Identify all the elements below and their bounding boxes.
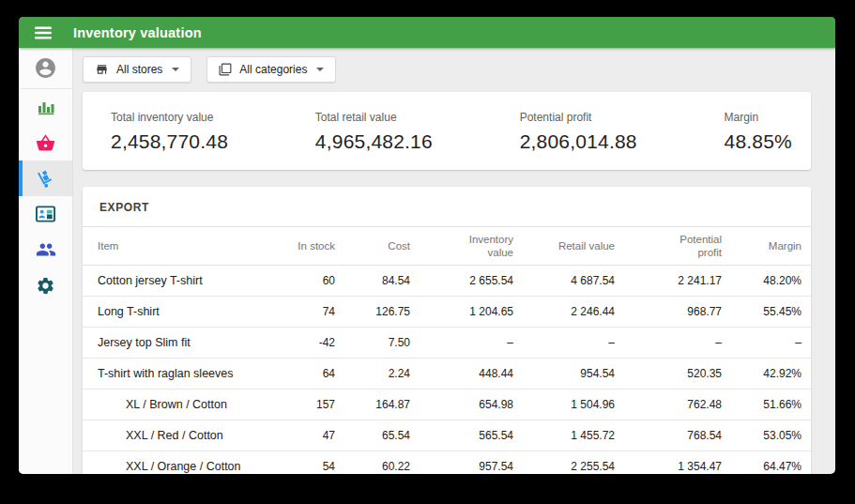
inventory-table-card: EXPORT Item In stock Cost Inventory valu…: [83, 187, 811, 474]
inventory-value: 654.98: [410, 398, 513, 411]
people-icon: [36, 239, 56, 260]
in-stock-value: 74: [255, 305, 335, 318]
table-row[interactable]: XXL / Red / Cotton 47 65.54 565.54 1 455…: [83, 420, 811, 451]
sidebar: [19, 48, 73, 474]
stores-filter-label: All stores: [116, 63, 162, 76]
retail-value: 4 687.54: [513, 274, 615, 287]
app-window: Inventory valuation: [19, 17, 835, 474]
cost-value: 60.22: [335, 460, 410, 473]
retail-value: 954.54: [513, 367, 615, 380]
basket-icon: [36, 133, 55, 153]
column-header-in-stock: In stock: [255, 239, 335, 252]
table-row[interactable]: Jersey top Slim fit -42 7.50 – – – –: [83, 328, 811, 359]
margin-value: –: [722, 336, 802, 349]
margin-value: 64.47%: [722, 460, 802, 473]
table-header: Item In stock Cost Inventory value Retai…: [83, 227, 811, 266]
item-name: Jersey top Slim fit: [98, 336, 255, 349]
hand-truck-icon: [36, 168, 56, 189]
summary-card: Total inventory value 2,458,770.48 Total…: [83, 92, 811, 170]
potential-profit-value: 768.54: [615, 429, 722, 442]
item-name: T-shirt with raglan sleeves: [98, 367, 255, 380]
table-toolbar: EXPORT: [83, 187, 811, 227]
potential-profit-value: 762.48: [615, 398, 722, 411]
main-content: All stores All categories Total inventor…: [73, 48, 835, 474]
sidebar-item-settings[interactable]: [19, 267, 72, 303]
sidebar-item-reports[interactable]: [19, 89, 72, 125]
stores-filter-dropdown[interactable]: All stores: [83, 56, 191, 83]
metric-value: 48.85%: [725, 130, 792, 153]
metric-total-retail-value: Total retail value 4,965,482.16: [315, 111, 433, 153]
metric-total-inventory-value: Total inventory value 2,458,770.48: [111, 111, 228, 153]
sidebar-item-employees[interactable]: [19, 232, 72, 267]
margin-value: 42.92%: [722, 367, 802, 380]
inventory-value: 565.54: [410, 429, 513, 442]
retail-value: 1 504.96: [513, 398, 615, 411]
item-name: XXL / Red / Cotton: [98, 429, 255, 442]
margin-value: 55.45%: [722, 305, 802, 318]
table-body: Cotton jersey T-shirt 60 84.54 2 655.54 …: [83, 266, 811, 474]
store-icon: [95, 63, 109, 76]
column-header-item: Item: [98, 239, 255, 252]
inventory-value: 957.54: [410, 460, 513, 473]
column-header-margin: Margin: [722, 239, 802, 252]
sidebar-item-profile[interactable]: [19, 48, 72, 89]
in-stock-value: 47: [255, 429, 335, 442]
retail-value: 2 255.54: [513, 460, 615, 473]
gear-icon: [36, 276, 55, 296]
cost-value: 65.54: [335, 429, 410, 442]
retail-value: 1 455.72: [513, 429, 615, 442]
inventory-value: 2 655.54: [410, 274, 513, 287]
metric-value: 2,806,014.88: [520, 130, 637, 153]
in-stock-value: 60: [255, 274, 335, 287]
hamburger-icon: [34, 25, 53, 40]
cost-value: 7.50: [335, 336, 410, 349]
column-header-potential-profit: Potential profit: [615, 233, 722, 260]
metric-label: Total inventory value: [111, 111, 228, 124]
chevron-down-icon: [316, 68, 324, 71]
categories-filter-dropdown[interactable]: All categories: [206, 56, 336, 83]
potential-profit-value: 1 354.47: [615, 460, 722, 473]
column-header-retail-value: Retail value: [513, 239, 615, 252]
retail-value: 2 246.44: [513, 305, 615, 318]
app-header: Inventory valuation: [19, 17, 835, 48]
margin-value: 53.05%: [722, 429, 802, 442]
categories-filter-label: All categories: [239, 63, 307, 76]
potential-profit-value: 968.77: [615, 305, 722, 318]
table-row[interactable]: XL / Brown / Cotton 157 164.87 654.98 1 …: [83, 389, 811, 420]
margin-value: 48.20%: [722, 274, 802, 287]
export-button[interactable]: EXPORT: [98, 199, 151, 216]
metric-margin: Margin 48.85%: [725, 111, 792, 153]
item-name: Cotton jersey T-shirt: [98, 274, 255, 287]
margin-value: 51.66%: [722, 398, 802, 411]
in-stock-value: -42: [255, 336, 335, 349]
metric-label: Potential profit: [520, 111, 637, 124]
metric-value: 4,965,482.16: [315, 130, 433, 153]
column-header-cost: Cost: [335, 239, 410, 252]
metric-potential-profit: Potential profit 2,806,014.88: [520, 111, 637, 153]
categories-icon: [219, 63, 232, 76]
table-row[interactable]: T-shirt with raglan sleeves 64 2.24 448.…: [83, 359, 811, 389]
retail-value: –: [513, 336, 615, 349]
item-name: XXL / Orange / Cotton: [98, 460, 255, 473]
avatar-icon: [34, 56, 57, 80]
table-row[interactable]: XXL / Orange / Cotton 54 60.22 957.54 2 …: [83, 451, 811, 474]
menu-button[interactable]: [19, 25, 66, 40]
in-stock-value: 157: [255, 398, 335, 411]
inventory-value: –: [410, 336, 513, 349]
sidebar-item-items[interactable]: [19, 125, 72, 160]
chevron-down-icon: [172, 68, 179, 71]
potential-profit-value: –: [615, 336, 722, 349]
inventory-value: 448.44: [410, 367, 513, 380]
sidebar-item-inventory[interactable]: [19, 160, 72, 196]
cost-value: 164.87: [335, 398, 410, 411]
page-title: Inventory valuation: [73, 25, 202, 40]
in-stock-value: 54: [255, 460, 335, 473]
table-row[interactable]: Cotton jersey T-shirt 60 84.54 2 655.54 …: [83, 266, 811, 297]
item-name: XL / Brown / Cotton: [98, 398, 255, 411]
inventory-value: 1 204.65: [410, 305, 513, 318]
metric-label: Margin: [725, 111, 792, 124]
sidebar-item-customers[interactable]: [19, 196, 72, 232]
potential-profit-value: 520.35: [615, 367, 722, 380]
column-header-inventory-value: Inventory value: [410, 233, 513, 260]
table-row[interactable]: Long T-shirt 74 126.75 1 204.65 2 246.44…: [83, 297, 811, 328]
